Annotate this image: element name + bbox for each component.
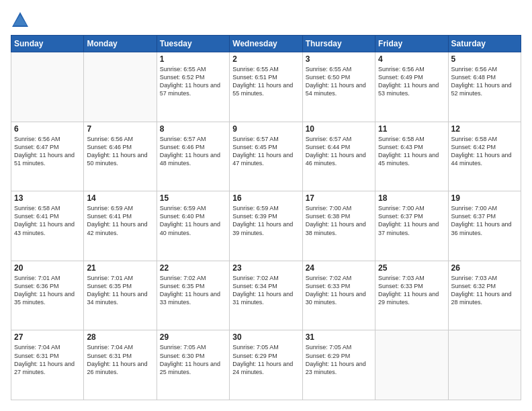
calendar-cell: 2Sunrise: 6:55 AM Sunset: 6:51 PM Daylig… (230, 52, 302, 122)
day-info: Sunrise: 7:04 AM Sunset: 6:31 PM Dayligh… (14, 343, 81, 376)
day-info: Sunrise: 7:00 AM Sunset: 6:37 PM Dayligh… (378, 204, 445, 237)
calendar-body: 1Sunrise: 6:55 AM Sunset: 6:52 PM Daylig… (11, 52, 521, 400)
weekday-header-thursday: Thursday (302, 36, 375, 52)
weekday-header-monday: Monday (84, 36, 157, 52)
day-number: 12 (451, 124, 518, 134)
weekday-header-saturday: Saturday (448, 36, 521, 52)
day-info: Sunrise: 7:04 AM Sunset: 6:31 PM Dayligh… (87, 343, 153, 376)
day-number: 14 (87, 193, 153, 203)
calendar-week-4: 20Sunrise: 7:01 AM Sunset: 6:36 PM Dayli… (11, 261, 521, 330)
day-number: 21 (87, 263, 153, 273)
calendar-table: SundayMondayTuesdayWednesdayThursdayFrid… (11, 35, 521, 400)
calendar-cell: 8Sunrise: 6:57 AM Sunset: 6:46 PM Daylig… (157, 122, 229, 191)
day-info: Sunrise: 6:56 AM Sunset: 6:47 PM Dayligh… (14, 135, 81, 168)
weekday-header-tuesday: Tuesday (157, 36, 229, 52)
day-number: 16 (232, 193, 299, 203)
day-info: Sunrise: 6:59 AM Sunset: 6:41 PM Dayligh… (87, 204, 153, 237)
day-info: Sunrise: 7:02 AM Sunset: 6:35 PM Dayligh… (160, 274, 226, 307)
day-number: 7 (87, 124, 153, 134)
day-info: Sunrise: 7:01 AM Sunset: 6:35 PM Dayligh… (87, 274, 153, 307)
calendar-cell: 3Sunrise: 6:55 AM Sunset: 6:50 PM Daylig… (302, 52, 375, 122)
day-number: 30 (232, 332, 299, 342)
day-info: Sunrise: 6:56 AM Sunset: 6:48 PM Dayligh… (451, 65, 518, 98)
day-number: 25 (378, 263, 445, 273)
calendar-cell (11, 52, 84, 122)
calendar-cell: 6Sunrise: 6:56 AM Sunset: 6:47 PM Daylig… (11, 122, 84, 191)
weekday-header-sunday: Sunday (11, 36, 84, 52)
day-number: 5 (451, 54, 518, 64)
day-info: Sunrise: 6:57 AM Sunset: 6:44 PM Dayligh… (306, 135, 372, 168)
day-info: Sunrise: 7:02 AM Sunset: 6:34 PM Dayligh… (232, 274, 299, 307)
calendar-cell: 4Sunrise: 6:56 AM Sunset: 6:49 PM Daylig… (375, 52, 448, 122)
day-info: Sunrise: 6:55 AM Sunset: 6:50 PM Dayligh… (306, 65, 372, 98)
calendar-cell: 29Sunrise: 7:05 AM Sunset: 6:30 PM Dayli… (157, 330, 229, 400)
day-number: 10 (306, 124, 372, 134)
calendar-cell: 14Sunrise: 6:59 AM Sunset: 6:41 PM Dayli… (84, 191, 157, 261)
day-info: Sunrise: 6:58 AM Sunset: 6:42 PM Dayligh… (451, 135, 518, 168)
calendar-cell: 20Sunrise: 7:01 AM Sunset: 6:36 PM Dayli… (11, 261, 84, 330)
calendar-cell: 9Sunrise: 6:57 AM Sunset: 6:45 PM Daylig… (230, 122, 302, 191)
calendar-cell: 26Sunrise: 7:03 AM Sunset: 6:32 PM Dayli… (448, 261, 521, 330)
calendar-cell (84, 52, 157, 122)
calendar-cell: 27Sunrise: 7:04 AM Sunset: 6:31 PM Dayli… (11, 330, 84, 400)
day-info: Sunrise: 6:55 AM Sunset: 6:52 PM Dayligh… (160, 65, 226, 98)
calendar-cell: 19Sunrise: 7:00 AM Sunset: 6:37 PM Dayli… (448, 191, 521, 261)
calendar-cell: 23Sunrise: 7:02 AM Sunset: 6:34 PM Dayli… (230, 261, 302, 330)
day-number: 13 (14, 193, 81, 203)
day-number: 18 (378, 193, 445, 203)
day-info: Sunrise: 6:56 AM Sunset: 6:49 PM Dayligh… (378, 65, 445, 98)
weekday-header-friday: Friday (375, 36, 448, 52)
calendar-cell: 12Sunrise: 6:58 AM Sunset: 6:42 PM Dayli… (448, 122, 521, 191)
day-number: 24 (306, 263, 372, 273)
day-info: Sunrise: 6:57 AM Sunset: 6:45 PM Dayligh… (232, 135, 299, 168)
day-info: Sunrise: 7:03 AM Sunset: 6:32 PM Dayligh… (451, 274, 518, 307)
day-info: Sunrise: 6:58 AM Sunset: 6:41 PM Dayligh… (14, 204, 81, 237)
calendar-cell: 16Sunrise: 6:59 AM Sunset: 6:39 PM Dayli… (230, 191, 302, 261)
day-number: 2 (232, 54, 299, 64)
calendar-cell: 15Sunrise: 6:59 AM Sunset: 6:40 PM Dayli… (157, 191, 229, 261)
day-number: 31 (306, 332, 372, 342)
day-number: 6 (14, 124, 81, 134)
day-number: 26 (451, 263, 518, 273)
day-number: 28 (87, 332, 153, 342)
calendar-cell: 24Sunrise: 7:02 AM Sunset: 6:33 PM Dayli… (302, 261, 375, 330)
day-info: Sunrise: 6:59 AM Sunset: 6:40 PM Dayligh… (160, 204, 226, 237)
calendar-cell: 17Sunrise: 7:00 AM Sunset: 6:38 PM Dayli… (302, 191, 375, 261)
logo (11, 11, 32, 30)
calendar-cell (375, 330, 448, 400)
day-info: Sunrise: 6:57 AM Sunset: 6:46 PM Dayligh… (160, 135, 226, 168)
page: SundayMondayTuesdayWednesdayThursdayFrid… (0, 0, 532, 411)
calendar-cell: 28Sunrise: 7:04 AM Sunset: 6:31 PM Dayli… (84, 330, 157, 400)
header (11, 11, 521, 30)
calendar-cell (448, 330, 521, 400)
day-number: 15 (160, 193, 226, 203)
day-info: Sunrise: 6:55 AM Sunset: 6:51 PM Dayligh… (232, 65, 299, 98)
day-number: 22 (160, 263, 226, 273)
logo-icon (11, 11, 30, 30)
day-number: 3 (306, 54, 372, 64)
calendar-week-2: 6Sunrise: 6:56 AM Sunset: 6:47 PM Daylig… (11, 122, 521, 191)
day-info: Sunrise: 7:00 AM Sunset: 6:38 PM Dayligh… (306, 204, 372, 237)
day-number: 20 (14, 263, 81, 273)
day-info: Sunrise: 7:02 AM Sunset: 6:33 PM Dayligh… (306, 274, 372, 307)
day-number: 23 (232, 263, 299, 273)
day-info: Sunrise: 6:59 AM Sunset: 6:39 PM Dayligh… (232, 204, 299, 237)
calendar-cell: 22Sunrise: 7:02 AM Sunset: 6:35 PM Dayli… (157, 261, 229, 330)
calendar-cell: 31Sunrise: 7:05 AM Sunset: 6:29 PM Dayli… (302, 330, 375, 400)
day-info: Sunrise: 7:05 AM Sunset: 6:30 PM Dayligh… (160, 343, 226, 376)
day-info: Sunrise: 7:05 AM Sunset: 6:29 PM Dayligh… (306, 343, 372, 376)
svg-marker-1 (13, 15, 27, 26)
calendar-week-1: 1Sunrise: 6:55 AM Sunset: 6:52 PM Daylig… (11, 52, 521, 122)
calendar-cell: 1Sunrise: 6:55 AM Sunset: 6:52 PM Daylig… (157, 52, 229, 122)
calendar-week-3: 13Sunrise: 6:58 AM Sunset: 6:41 PM Dayli… (11, 191, 521, 261)
calendar-cell: 5Sunrise: 6:56 AM Sunset: 6:48 PM Daylig… (448, 52, 521, 122)
day-number: 4 (378, 54, 445, 64)
day-number: 27 (14, 332, 81, 342)
calendar-cell: 10Sunrise: 6:57 AM Sunset: 6:44 PM Dayli… (302, 122, 375, 191)
day-number: 1 (160, 54, 226, 64)
day-info: Sunrise: 7:01 AM Sunset: 6:36 PM Dayligh… (14, 274, 81, 307)
calendar-week-5: 27Sunrise: 7:04 AM Sunset: 6:31 PM Dayli… (11, 330, 521, 400)
calendar-cell: 13Sunrise: 6:58 AM Sunset: 6:41 PM Dayli… (11, 191, 84, 261)
calendar-cell: 25Sunrise: 7:03 AM Sunset: 6:33 PM Dayli… (375, 261, 448, 330)
calendar-header: SundayMondayTuesdayWednesdayThursdayFrid… (11, 36, 521, 52)
